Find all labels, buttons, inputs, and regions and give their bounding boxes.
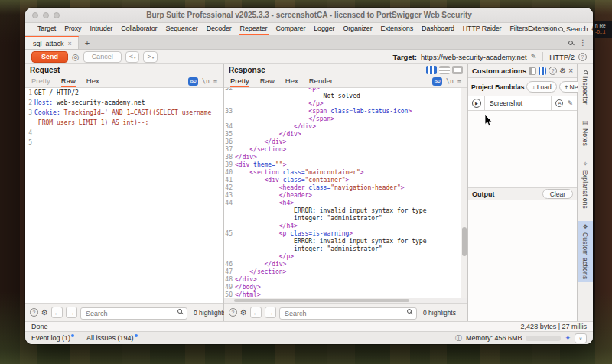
layout-rows-button[interactable] (439, 66, 450, 74)
send-button[interactable]: Send (31, 51, 68, 63)
prev-match-button[interactable]: ← (51, 307, 63, 318)
tab-raw[interactable]: Raw (61, 76, 76, 87)
menu-item-filtersextension[interactable]: FiltersExtension (508, 23, 558, 35)
help-icon[interactable]: ? (578, 53, 587, 61)
search-menu[interactable]: Search (566, 25, 588, 33)
run-action-cell[interactable]: ▶ (468, 96, 485, 110)
event-log-link[interactable]: Event log (1) (31, 334, 74, 342)
menu-item-proxy[interactable]: Proxy (63, 23, 83, 35)
tab-raw[interactable]: Raw (260, 76, 275, 87)
editor-menu-icon[interactable]: ≡ (457, 78, 461, 86)
cancel-button[interactable]: Cancel (83, 51, 122, 63)
done-status: Done (31, 323, 48, 330)
side-tab-inspector[interactable]: Inspector (578, 67, 593, 108)
project-bambdas-row: Project Bambdas ↓ Load + New (468, 78, 577, 96)
auto-run-icon[interactable]: A (555, 99, 563, 107)
close-tab-icon[interactable]: × (68, 40, 72, 47)
response-editor[interactable]: 32<p>Not solved</p>33<span class=lab-sta… (224, 88, 467, 298)
play-icon[interactable]: ▶ (472, 99, 481, 108)
gear-icon[interactable]: ⚙ (559, 67, 566, 75)
response-tabs: PrettyRawHexRenderISO\n≡ (224, 76, 467, 88)
help-icon[interactable]: ? (549, 67, 557, 75)
custom-actions-icon: ❖ (582, 224, 588, 230)
ai-sparkle-icon[interactable]: ✦ (565, 334, 571, 342)
tab-sql-attack[interactable]: sql_attack × (25, 36, 79, 49)
side-tab-notes[interactable]: ▤Notes (578, 117, 593, 149)
tab-pretty[interactable]: Pretty (31, 76, 50, 87)
panel-layout-b-button[interactable] (539, 67, 546, 75)
menu-item-http-raider[interactable]: HTTP Raider (461, 23, 503, 35)
tab-render[interactable]: Render (309, 76, 333, 87)
tab-pretty[interactable]: Pretty (230, 76, 249, 87)
menu-item-collaborator[interactable]: Collaborator (119, 23, 158, 35)
tab-hex[interactable]: Hex (86, 76, 99, 87)
edit-action-icon[interactable]: ✎ (567, 99, 573, 107)
side-tab-custom-actions[interactable]: ❖Custom actions (578, 221, 593, 282)
menu-item-comparer[interactable]: Comparer (274, 23, 307, 35)
response-search-input[interactable] (279, 307, 417, 320)
panel-layout-a-button[interactable] (529, 67, 536, 75)
request-search-input[interactable] (80, 307, 187, 320)
close-window-button[interactable] (32, 12, 38, 18)
request-highlights: 0 highlights (194, 309, 226, 317)
add-tab-button[interactable]: + (79, 36, 96, 49)
code-line: 45<p class=is-warning> (224, 230, 467, 238)
code-line: 38</div> (224, 154, 467, 161)
load-button[interactable]: ↓ Load (526, 81, 556, 93)
menu-item-logger[interactable]: Logger (312, 23, 336, 35)
menu-item-intruder[interactable]: Intruder (88, 23, 114, 35)
code-line: 33<span class=lab-status-icon> (224, 108, 467, 115)
send-settings-icon[interactable]: ◎ (72, 53, 80, 61)
tab-menu-icon[interactable]: ⋮ (579, 38, 587, 47)
help-icon[interactable]: ? (229, 308, 237, 317)
menu-item-dashboard[interactable]: Dashboard (420, 23, 456, 35)
all-issues-link[interactable]: All issues (194) (86, 334, 138, 342)
gear-icon: ⚙ (591, 25, 593, 33)
code-line: 43</header> (224, 192, 467, 200)
menu-item-target[interactable]: Target (36, 23, 57, 35)
side-tab-explanations[interactable]: ✧Explanations (578, 158, 593, 212)
search-settings-icon[interactable]: ⚙ (240, 309, 247, 317)
menu-item-decoder[interactable]: Decoder (205, 23, 233, 35)
editor-menu-icon[interactable]: ≡ (213, 78, 217, 86)
clear-output-button[interactable]: Clear (542, 189, 573, 199)
code-line: ERROR: invalid input syntax for type (224, 207, 467, 215)
plus-icon: + (565, 83, 568, 91)
close-panel-icon[interactable]: × (568, 67, 573, 75)
history-back-button[interactable]: < ▾ (125, 51, 140, 63)
menu-item-organizer[interactable]: Organizer (341, 23, 373, 35)
help-icon[interactable]: ? (30, 308, 38, 317)
layout-columns-button[interactable] (426, 66, 437, 74)
inspector-icon (584, 70, 588, 74)
next-match-button[interactable]: → (66, 307, 77, 318)
response-horizontal-scrollbar[interactable] (224, 298, 467, 303)
code-line: 37</section> (224, 146, 467, 154)
charset-icon[interactable]: ISO (188, 77, 198, 86)
zoom-window-button[interactable] (54, 12, 60, 18)
layout-single-button[interactable] (452, 66, 463, 74)
menu-item-repeater[interactable]: Repeater (239, 23, 269, 35)
newline-toggle-icon[interactable]: \n (446, 78, 454, 85)
search-settings-icon[interactable]: ⚙ (41, 309, 48, 317)
memory-bar (526, 336, 561, 341)
menu-item-extensions[interactable]: Extensions (379, 23, 415, 35)
edit-target-icon[interactable]: ✎ (531, 53, 537, 60)
tab-search-icon[interactable] (568, 41, 573, 45)
newline-toggle-icon[interactable]: \n (202, 78, 210, 85)
code-line: 46</div> (224, 261, 467, 268)
traffic-lights[interactable] (32, 12, 60, 18)
code-line: 48</div> (224, 276, 467, 284)
request-editor[interactable]: 1GET / HTTP/22Host: web-security-academy… (25, 88, 223, 303)
search-icon (558, 27, 563, 31)
charset-icon[interactable]: ISO (432, 77, 442, 86)
response-vertical-scrollbar[interactable] (461, 88, 467, 298)
prev-match-button[interactable]: ← (250, 307, 262, 318)
tab-hex[interactable]: Hex (285, 76, 298, 87)
next-match-button[interactable]: → (265, 307, 276, 318)
protocol-label[interactable]: HTTP/2 (549, 53, 575, 61)
action-row-screenshot[interactable]: ▶ Screenshot A ✎ (468, 96, 577, 111)
expand-chevron-button[interactable]: ∨ (575, 333, 587, 343)
menu-item-sequencer[interactable]: Sequencer (164, 23, 199, 35)
minimize-window-button[interactable] (43, 12, 49, 18)
history-forward-button[interactable]: > ▾ (143, 51, 158, 63)
